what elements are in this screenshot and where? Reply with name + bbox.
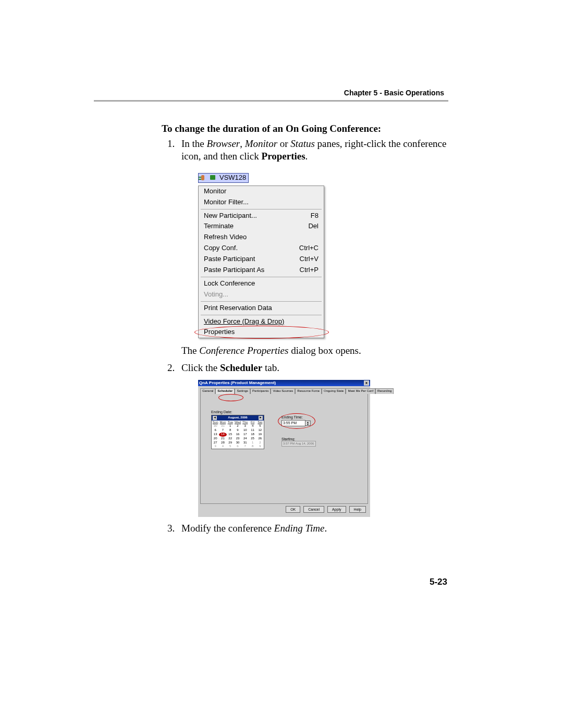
calendar-day[interactable]: 10 (241, 428, 249, 433)
close-icon[interactable]: x (364, 380, 369, 386)
calendar-day[interactable]: 18 (249, 433, 256, 437)
menu-item[interactable]: TerminateDel (199, 221, 324, 232)
calendar-header: ◄ August, 2006 ► (212, 415, 264, 421)
step1-text: In the Browser, Monitor or Status panes,… (181, 138, 447, 162)
help-button[interactable]: Help (349, 506, 366, 513)
menu-item[interactable]: Monitor Filter... (199, 197, 324, 208)
calendar-day[interactable]: 2 (234, 424, 241, 428)
calendar-day[interactable]: 28 (219, 441, 226, 445)
menu-item[interactable]: New Participant...F8 (199, 211, 324, 221)
calendar-dow: Sat (256, 421, 264, 425)
menu-item[interactable]: Print Reservation Data (199, 303, 324, 314)
steps-list: In the Browser, Monitor or Status panes,… (162, 138, 448, 535)
tab-meet-me-per-conf[interactable]: Meet Me Per Conf (346, 388, 375, 394)
menu-item[interactable]: Paste ParticipantCtrl+V (199, 254, 324, 265)
dialog-titlebar: QnA Properties (Product Management) x (198, 380, 370, 386)
tab-participants[interactable]: Participants (250, 388, 271, 394)
calendar-day[interactable]: 26 (256, 437, 264, 441)
calendar-day[interactable]: 3 (212, 445, 219, 449)
menu-item[interactable]: Paste Participant AsCtrl+P (199, 265, 324, 276)
menu-item[interactable]: Lock Conference (199, 278, 324, 289)
calendar-day[interactable]: 5 (227, 445, 234, 449)
calendar-day[interactable]: 3 (241, 424, 249, 428)
calendar-day[interactable]: 24 (241, 437, 249, 441)
apply-button[interactable]: Apply (327, 506, 346, 513)
calendar-day[interactable]: 19 (256, 433, 264, 437)
conference-node-label: VSW128 (219, 174, 246, 182)
calendar-day[interactable]: 15 (227, 433, 234, 437)
page: Chapter 5 - Basic Operations To change t… (0, 0, 563, 728)
calendar-day[interactable]: 20 (212, 437, 219, 441)
calendar-day[interactable]: 27 (212, 441, 219, 445)
calendar-day[interactable]: 9 (256, 445, 264, 449)
calendar-day[interactable]: 5 (256, 424, 264, 428)
calendar-day[interactable]: 8 (227, 428, 234, 433)
calendar-day[interactable]: 13 (212, 433, 219, 437)
calendar-day[interactable]: 1 (249, 441, 256, 445)
calendar-day[interactable]: 31 (241, 441, 249, 445)
calendar-day[interactable]: 12 (256, 428, 264, 433)
conference-icon (199, 174, 207, 182)
calendar-day[interactable]: 29 (227, 441, 234, 445)
tab-recording[interactable]: Recording (375, 388, 394, 394)
calendar-day[interactable]: 14 (219, 433, 226, 437)
menu-item[interactable]: Monitor (199, 186, 324, 197)
calendar-day[interactable]: 30 (212, 424, 219, 428)
tab-resource-force[interactable]: Resource Force (295, 388, 322, 394)
calendar[interactable]: ◄ August, 2006 ► SunMonTueWedThuFriSat30… (211, 415, 264, 449)
tab-general[interactable]: General (200, 388, 215, 394)
menu-item[interactable]: Refresh Video (199, 232, 324, 243)
menu-item-label: Properties (204, 328, 235, 337)
menu-item[interactable]: Video Force (Drag & Drop) (199, 316, 324, 327)
menu-item-shortcut: Ctrl+V (300, 255, 319, 264)
calendar-day[interactable]: 31 (219, 424, 226, 428)
spinner-down-icon[interactable]: ▼ (305, 423, 310, 425)
calendar-dow: Mon (219, 421, 226, 425)
calendar-day[interactable]: 11 (249, 428, 256, 433)
menu-item-shortcut: F8 (311, 212, 319, 220)
menu-item[interactable]: Copy Conf.Ctrl+C (199, 243, 324, 254)
menu-item-label: Refresh Video (204, 233, 247, 242)
calendar-day[interactable]: 25 (249, 437, 256, 441)
ending-time-field[interactable]: 3:55 PM ▲ ▼ (282, 420, 311, 426)
menu-separator (201, 209, 322, 209)
calendar-day[interactable]: 6 (234, 445, 241, 449)
calendar-day[interactable]: 2 (256, 441, 264, 445)
time-spinner[interactable]: ▲ ▼ (305, 421, 311, 426)
chapter-label: Chapter 5 - Basic Operations (94, 89, 448, 97)
calendar-day[interactable]: 6 (212, 428, 219, 433)
menu-item-label: Monitor Filter... (204, 198, 249, 207)
calendar-day[interactable]: 22 (227, 437, 234, 441)
ok-button[interactable]: OK (286, 506, 300, 513)
calendar-day[interactable]: 7 (241, 445, 249, 449)
calendar-dow: Wed (234, 421, 241, 425)
ending-time-label: Ending Time: (282, 415, 303, 419)
calendar-prev-icon[interactable]: ◄ (213, 416, 217, 420)
tab-ongoing-state[interactable]: Ongoing State (322, 388, 346, 394)
calendar-day[interactable]: 7 (219, 428, 226, 433)
calendar-day[interactable]: 16 (234, 433, 241, 437)
calendar-day[interactable]: 8 (249, 445, 256, 449)
ending-date-label: Ending Date: (211, 410, 232, 414)
calendar-day[interactable]: 30 (234, 441, 241, 445)
calendar-day[interactable]: 4 (219, 445, 226, 449)
calendar-day[interactable]: 9 (234, 428, 241, 433)
conference-node[interactable]: VSW128 (198, 173, 249, 183)
tab-settings[interactable]: Settings (235, 388, 250, 394)
menu-item-label: Video Force (Drag & Drop) (204, 317, 284, 326)
menu-separator (201, 301, 322, 302)
cancel-button[interactable]: Cancel (303, 506, 324, 513)
step1-result: The Conference Properties dialog box ope… (181, 344, 448, 357)
calendar-day[interactable]: 4 (249, 424, 256, 428)
calendar-day[interactable]: 23 (234, 437, 241, 441)
calendar-day[interactable]: 21 (219, 437, 226, 441)
menu-item[interactable]: Properties (199, 327, 324, 338)
dialog-body: GeneralSchedulerSettingsParticipantsVide… (198, 386, 370, 517)
calendar-day[interactable]: 17 (241, 433, 249, 437)
calendar-day[interactable]: 1 (227, 424, 234, 428)
calendar-next-icon[interactable]: ► (259, 416, 263, 420)
tab-video-sources[interactable]: Video Sources (271, 388, 295, 394)
tab-scheduler[interactable]: Scheduler (215, 388, 235, 394)
ending-time-input[interactable]: 3:55 PM (282, 420, 305, 426)
calendar-dow: Tue (227, 421, 234, 425)
